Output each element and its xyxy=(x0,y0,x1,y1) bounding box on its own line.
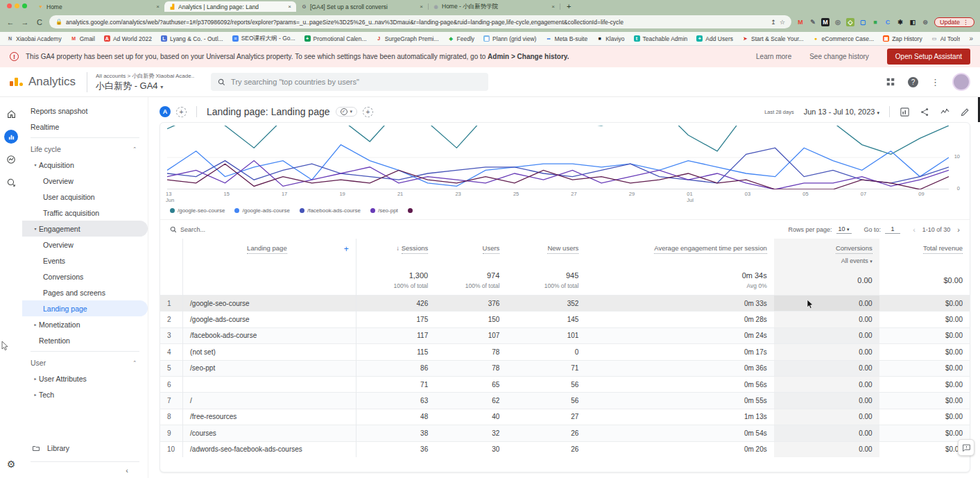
new-tab-button[interactable]: + xyxy=(567,2,571,10)
sidebar-item-pages-and-screens[interactable]: Pages and screens xyxy=(22,284,148,300)
extension-icon[interactable]: C xyxy=(884,18,892,26)
sidebar-item-overview[interactable]: Overview xyxy=(22,237,148,253)
nav-section-header[interactable]: User⌃ xyxy=(22,355,148,370)
apps-grid-icon[interactable] xyxy=(886,77,895,87)
user-avatar[interactable] xyxy=(952,73,970,91)
sidebar-item-user-acquisition[interactable]: User acquisition xyxy=(22,189,148,205)
expand-arrow-icon[interactable]: ▾ xyxy=(32,226,39,231)
table-row[interactable]: 2/google-ads-course1751501450m 28s0.00$0… xyxy=(160,311,970,327)
reload-button[interactable]: C xyxy=(35,18,44,26)
extension-icon[interactable]: ✎ xyxy=(809,18,817,26)
bookmark-item[interactable]: MGmail xyxy=(71,35,95,43)
share-report-icon[interactable] xyxy=(920,107,930,117)
bookmark-item[interactable]: NXiaobai Academy xyxy=(7,35,62,43)
expand-arrow-icon[interactable]: ▾ xyxy=(32,162,39,167)
account-switcher[interactable]: All accounts > 小白新势 Xiaobai Acade.. 小白新势… xyxy=(87,72,194,92)
data-quality-badge[interactable]: ✓▾ xyxy=(336,107,358,117)
sidebar-item-events[interactable]: Events xyxy=(22,253,148,268)
table-row[interactable]: 4(not set)1157800m 17s0.00$0.00 xyxy=(160,344,970,360)
bookmark-item[interactable]: ▣Zap History xyxy=(883,35,922,43)
rows-per-page-select[interactable]: 10 ▾ xyxy=(836,225,852,234)
home-nav-icon[interactable] xyxy=(4,107,18,121)
bookmark-item[interactable]: ▦Plann (grid view) xyxy=(483,35,536,43)
next-page-button[interactable]: › xyxy=(957,225,960,234)
add-metric-button[interactable]: + xyxy=(363,107,373,117)
bookmark-item[interactable]: ➤Start & Scale Your... xyxy=(742,35,804,43)
bookmarks-overflow-button[interactable]: » xyxy=(969,35,973,42)
extension-icon[interactable]: ⊜ xyxy=(921,18,929,26)
zoom-window-button[interactable] xyxy=(22,3,27,8)
sidebar-item-engagement[interactable]: ▾Engagement xyxy=(22,221,148,237)
share-icon[interactable]: ↥ xyxy=(771,19,776,26)
edit-report-icon[interactable] xyxy=(960,107,970,117)
table-search-input[interactable]: Search... xyxy=(170,226,205,233)
learn-more-link[interactable]: Learn more xyxy=(756,53,791,60)
update-button[interactable]: Update⋮ xyxy=(934,17,974,27)
column-header-landing-page[interactable]: Landing page + xyxy=(183,239,356,264)
sidebar-item-acquisition[interactable]: ▾Acquisition xyxy=(22,157,148,173)
bookmark-item[interactable]: ●eCommerce Case... xyxy=(813,35,875,43)
more-options-icon[interactable]: ⋮ xyxy=(931,77,940,87)
sidebar-item-conversions[interactable]: Conversions xyxy=(22,268,148,284)
legend-item[interactable]: /facebook-ads-course xyxy=(300,207,361,214)
table-row[interactable]: 67165560m 56s0.00$0.00 xyxy=(160,376,970,392)
extension-icon[interactable]: ▢ xyxy=(859,18,867,26)
conversions-event-select[interactable]: All events ▾ xyxy=(781,257,872,264)
help-icon[interactable]: ? xyxy=(908,77,918,87)
bookmark-star-icon[interactable]: ☆ xyxy=(780,19,785,26)
column-header-total-revenue[interactable]: Total revenue xyxy=(879,239,970,264)
column-header-sessions[interactable]: ↓ Sessions xyxy=(356,239,435,264)
extension-icon[interactable]: M xyxy=(821,18,829,26)
browser-tab[interactable]: ♥Home× xyxy=(33,1,164,12)
search-input[interactable]: Try searching "top countries by users" xyxy=(211,73,488,91)
sidebar-item-reports-snapshot[interactable]: Reports snapshot xyxy=(22,103,148,119)
column-header-engagement[interactable]: Average engagement time per session xyxy=(585,239,773,264)
tab-close-icon[interactable]: × xyxy=(420,3,423,10)
bookmark-item[interactable]: ≡SEO课程大纲 - Go... xyxy=(232,35,295,43)
bookmark-item[interactable]: ▭AI Tools xyxy=(931,35,961,43)
customize-report-icon[interactable] xyxy=(900,107,910,117)
expand-arrow-icon[interactable]: ▸ xyxy=(32,376,39,381)
bookmark-item[interactable]: AAd World 2022 xyxy=(104,35,152,43)
column-header-conversions[interactable]: ConversionsAll events ▾ xyxy=(774,239,879,264)
bookmark-item[interactable]: JSurgeGraph Premi... xyxy=(376,35,439,43)
explore-nav-icon[interactable] xyxy=(4,153,18,167)
extension-icon[interactable]: ✱ xyxy=(896,18,904,26)
advertising-nav-icon[interactable] xyxy=(4,176,18,189)
product-name[interactable]: Analytics xyxy=(28,75,76,89)
bookmark-item[interactable]: LLyang & Co. - Outl... xyxy=(161,35,223,43)
sidebar-item-traffic-acquisition[interactable]: Traffic acquisition xyxy=(22,205,148,221)
table-row[interactable]: 5/seo-ppt8678710m 36s0.00$0.00 xyxy=(160,360,970,376)
sidebar-item-monetization[interactable]: ▸Monetization xyxy=(22,316,148,332)
window-controls[interactable] xyxy=(7,3,27,8)
analytics-logo-icon[interactable] xyxy=(10,78,23,86)
date-range-picker[interactable]: Jun 13 - Jul 10, 2023 ▾ xyxy=(804,108,879,116)
legend-item[interactable]: /google-seo-course xyxy=(170,207,225,214)
sidebar-item-realtime[interactable]: Realtime xyxy=(22,119,148,135)
bookmark-item[interactable]: +Promotional Calen... xyxy=(304,35,367,43)
table-row[interactable]: 9/courses3832260m 54s0.00$0.00 xyxy=(160,425,970,441)
extension-icon[interactable]: ◧ xyxy=(909,18,917,26)
tab-close-icon[interactable]: × xyxy=(156,3,160,10)
tab-close-icon[interactable]: × xyxy=(551,3,555,10)
sessions-line-chart[interactable]: 10 0 xyxy=(160,126,970,189)
tab-close-icon[interactable]: × xyxy=(288,3,291,10)
open-setup-assistant-button[interactable]: Open Setup Assistant xyxy=(887,49,970,65)
sidebar-item-library[interactable]: Library xyxy=(22,439,148,457)
add-comparison-button[interactable]: + xyxy=(176,107,187,117)
bookmark-item[interactable]: ∞Meta B-suite xyxy=(545,35,587,43)
browser-tab[interactable]: ▟Analytics | Landing page: Land× xyxy=(164,1,296,12)
sidebar-item-overview[interactable]: Overview xyxy=(22,173,148,189)
table-row[interactable]: 3/facebook-ads-course1171071010m 24s0.00… xyxy=(160,327,970,343)
see-change-history-link[interactable]: See change history xyxy=(809,53,869,60)
extension-icon[interactable]: M xyxy=(796,18,805,26)
browser-tab[interactable]: ◉Home - 小白新势学院× xyxy=(428,1,560,12)
forward-button[interactable]: → xyxy=(20,18,30,26)
bookmark-item[interactable]: ■Klaviyo xyxy=(596,35,624,43)
bookmark-item[interactable]: +Add Users xyxy=(696,35,733,43)
sidebar-item-landing-page[interactable]: Landing page xyxy=(22,300,148,316)
prev-page-button[interactable]: ‹ xyxy=(913,225,915,234)
address-bar[interactable]: 🔒 analytics.google.com/analytics/web/?au… xyxy=(49,15,791,28)
add-dimension-button[interactable]: + xyxy=(344,244,349,254)
sidebar-item-tech[interactable]: ▸Tech xyxy=(22,386,148,402)
